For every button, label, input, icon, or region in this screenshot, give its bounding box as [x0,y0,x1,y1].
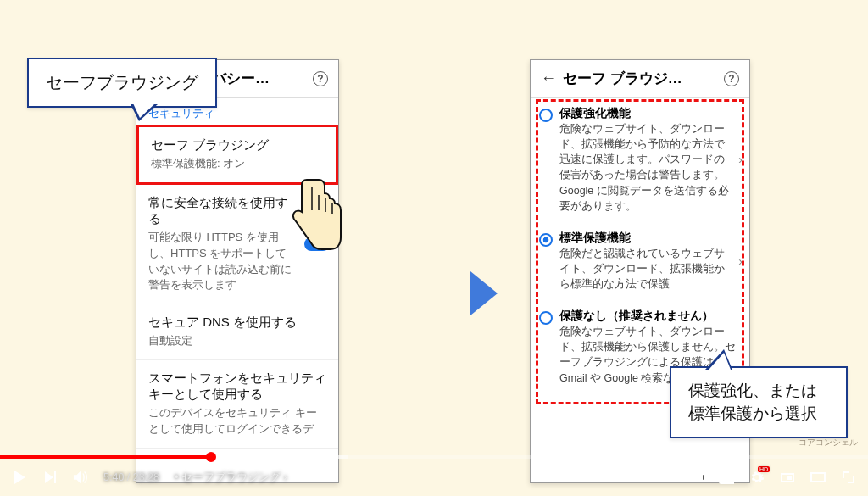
none-title: 保護なし（推奨されません） [559,309,743,324]
pointer-hand-icon [288,176,348,256]
radio-icon[interactable] [539,109,553,122]
enhanced-desc: 危険なウェブサイト、ダウンロード、拡張機能から予防的な方法で迅速に保護します。パ… [559,121,732,214]
safe-browsing-sub: 標準保護機能: オン [151,156,324,172]
back-icon[interactable]: ← [541,70,556,87]
watermark: コアコンシェル [798,437,858,449]
callout-c2-text: 保護強化、または標準保護から選択 [688,382,817,422]
svg-rect-4 [728,479,732,481]
svg-rect-3 [722,479,726,481]
https-title: 常に安全な接続を使用する [148,195,298,227]
callout-tail [131,104,158,121]
callout-safe-browsing: セーフブラウジング [27,58,217,108]
help-icon[interactable]: ? [724,71,739,86]
option-enhanced[interactable]: 保護強化機能 危険なウェブサイト、ダウンロード、拡張機能から予防的な方法で迅速に… [531,98,749,222]
captions-button[interactable] [719,470,734,485]
callout-choose-protection: 保護強化、または標準保護から選択 [670,366,848,438]
standard-desc: 危険だと認識されているウェブサイト、ダウンロード、拡張機能から標準的な方法で保護 [559,246,732,292]
time-total: 23:28 [133,471,159,483]
phone-left: ← プライバシー… ? セキュリティ セーフ ブラウジング 標準保護機能: オン… [136,59,339,483]
chevron-right-icon: › [738,153,743,166]
video-player-controls: 5:40 / 23:28 • セーフブラウジング › HD [0,459,868,496]
play-button[interactable] [12,470,27,485]
time-display: 5:40 / 23:28 [103,471,159,483]
settings-button[interactable]: HD [749,470,765,485]
key-sub: このデバイスをセキュリティ キーとして使用してログインできるデ [148,405,326,437]
svg-rect-2 [720,471,734,483]
option-standard[interactable]: 標準保護機能 危険だと認識されているウェブサイト、ダウンロード、拡張機能から標準… [531,222,749,300]
hd-badge: HD [758,466,770,472]
phone-right-title: セーフ ブラウジ… [563,69,717,88]
standard-title: 標準保護機能 [559,231,732,246]
fullscreen-button[interactable] [841,470,856,485]
dns-sub: 自動設定 [148,333,326,349]
security-key-row[interactable]: スマートフォンをセキュリティキーとして使用する このデバイスをセキュリティ キー… [136,360,338,449]
radio-icon[interactable] [539,311,553,325]
dns-row[interactable]: セキュア DNS を使用する 自動設定 [136,304,338,360]
safe-browsing-title: セーフ ブラウジング [151,137,324,153]
radio-icon[interactable] [539,233,553,247]
next-button[interactable] [42,470,58,485]
dns-title: セキュア DNS を使用する [148,315,326,331]
chapter-title[interactable]: • セーフブラウジング › [175,471,287,485]
autoplay-toggle[interactable] [688,470,704,485]
chevron-right-icon: › [738,254,743,268]
volume-button[interactable] [73,470,88,485]
time-current: 5:40 [103,471,124,483]
enhanced-title: 保護強化機能 [559,106,732,121]
callout-tail [705,349,732,370]
help-icon[interactable]: ? [313,71,328,86]
theater-button[interactable] [810,470,826,485]
https-sub: 可能な限り HTTPS を使用し、HTTPS をサポートしていないサイトは読み込… [148,230,298,293]
arrow-right-icon [470,271,498,315]
miniplayer-button[interactable] [780,470,795,485]
callout-c1-text: セーフブラウジング [46,73,198,92]
key-title: スマートフォンをセキュリティキーとして使用する [148,371,326,403]
phone-right-header: ← セーフ ブラウジ… ? [531,60,749,98]
